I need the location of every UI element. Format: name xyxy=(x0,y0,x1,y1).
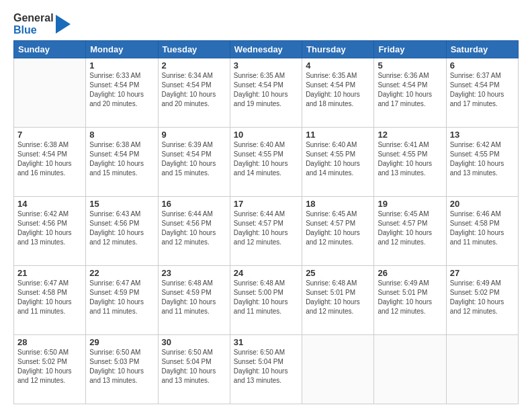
day-info: Sunrise: 6:49 AMSunset: 5:02 PMDaylight:… xyxy=(450,279,515,316)
logo-triangle-icon xyxy=(56,12,71,36)
day-number: 16 xyxy=(162,199,226,209)
day-number: 8 xyxy=(89,130,154,140)
day-number: 11 xyxy=(306,130,370,140)
calendar-table: SundayMondayTuesdayWednesdayThursdayFrid… xyxy=(13,40,519,404)
day-number: 20 xyxy=(450,199,515,209)
day-number: 15 xyxy=(89,199,154,209)
calendar-day-cell: 21Sunrise: 6:47 AMSunset: 4:58 PMDayligh… xyxy=(14,266,86,335)
weekday-header-saturday: Saturday xyxy=(446,41,518,58)
day-number: 24 xyxy=(234,268,298,278)
calendar-week-row: 7Sunrise: 6:38 AMSunset: 4:54 PMDaylight… xyxy=(14,128,519,197)
calendar-day-cell: 10Sunrise: 6:40 AMSunset: 4:55 PMDayligh… xyxy=(230,128,302,197)
day-number: 29 xyxy=(89,337,154,347)
day-number: 21 xyxy=(17,268,82,278)
calendar-week-row: 28Sunrise: 6:50 AMSunset: 5:02 PMDayligh… xyxy=(14,335,519,404)
calendar-day-cell: 15Sunrise: 6:43 AMSunset: 4:56 PMDayligh… xyxy=(86,197,158,266)
empty-cell xyxy=(14,58,86,128)
day-number: 9 xyxy=(162,130,226,140)
empty-cell xyxy=(374,335,446,404)
calendar-day-cell: 23Sunrise: 6:48 AMSunset: 4:59 PMDayligh… xyxy=(158,266,230,335)
calendar-day-cell: 12Sunrise: 6:41 AMSunset: 4:55 PMDayligh… xyxy=(374,128,446,197)
logo-text-group: General Blue xyxy=(13,12,71,36)
day-info: Sunrise: 6:48 AMSunset: 5:01 PMDaylight:… xyxy=(306,279,370,316)
calendar-day-cell: 7Sunrise: 6:38 AMSunset: 4:54 PMDaylight… xyxy=(14,128,86,197)
logo-blue-text: Blue xyxy=(13,24,54,36)
calendar-week-row: 21Sunrise: 6:47 AMSunset: 4:58 PMDayligh… xyxy=(14,266,519,335)
page: General Blue SundayMondayTuesdayWednesda… xyxy=(0,0,532,411)
day-number: 17 xyxy=(234,199,298,209)
day-info: Sunrise: 6:34 AMSunset: 4:54 PMDaylight:… xyxy=(162,71,226,109)
day-info: Sunrise: 6:45 AMSunset: 4:57 PMDaylight:… xyxy=(378,210,442,247)
weekday-header-thursday: Thursday xyxy=(302,41,374,58)
header: General Blue xyxy=(13,12,519,36)
calendar-day-cell: 31Sunrise: 6:50 AMSunset: 5:04 PMDayligh… xyxy=(230,335,302,404)
day-number: 22 xyxy=(89,268,154,278)
calendar-day-cell: 18Sunrise: 6:45 AMSunset: 4:57 PMDayligh… xyxy=(302,197,374,266)
day-info: Sunrise: 6:37 AMSunset: 4:54 PMDaylight:… xyxy=(450,71,515,109)
day-number: 3 xyxy=(234,60,298,71)
day-info: Sunrise: 6:44 AMSunset: 4:57 PMDaylight:… xyxy=(234,210,298,247)
calendar-day-cell: 11Sunrise: 6:40 AMSunset: 4:55 PMDayligh… xyxy=(302,128,374,197)
calendar-day-cell: 17Sunrise: 6:44 AMSunset: 4:57 PMDayligh… xyxy=(230,197,302,266)
day-info: Sunrise: 6:50 AMSunset: 5:03 PMDaylight:… xyxy=(89,348,154,385)
day-info: Sunrise: 6:42 AMSunset: 4:55 PMDaylight:… xyxy=(450,140,515,178)
day-info: Sunrise: 6:35 AMSunset: 4:54 PMDaylight:… xyxy=(234,71,298,109)
day-info: Sunrise: 6:50 AMSunset: 5:02 PMDaylight:… xyxy=(17,348,82,385)
empty-cell xyxy=(302,335,374,404)
day-number: 14 xyxy=(17,199,82,209)
logo-general-text: General xyxy=(13,12,54,24)
calendar-day-cell: 24Sunrise: 6:48 AMSunset: 5:00 PMDayligh… xyxy=(230,266,302,335)
day-number: 10 xyxy=(234,130,298,140)
day-number: 5 xyxy=(378,60,442,71)
weekday-header-monday: Monday xyxy=(86,41,158,58)
day-info: Sunrise: 6:42 AMSunset: 4:56 PMDaylight:… xyxy=(17,210,82,247)
day-number: 27 xyxy=(450,268,515,278)
calendar-day-cell: 8Sunrise: 6:38 AMSunset: 4:54 PMDaylight… xyxy=(86,128,158,197)
day-info: Sunrise: 6:46 AMSunset: 4:58 PMDaylight:… xyxy=(450,210,515,247)
day-info: Sunrise: 6:49 AMSunset: 5:01 PMDaylight:… xyxy=(378,279,442,316)
weekday-header-wednesday: Wednesday xyxy=(230,41,302,58)
calendar-day-cell: 9Sunrise: 6:39 AMSunset: 4:54 PMDaylight… xyxy=(158,128,230,197)
day-info: Sunrise: 6:33 AMSunset: 4:54 PMDaylight:… xyxy=(89,71,154,109)
day-number: 1 xyxy=(89,60,154,71)
calendar-day-cell: 27Sunrise: 6:49 AMSunset: 5:02 PMDayligh… xyxy=(446,266,518,335)
day-info: Sunrise: 6:36 AMSunset: 4:54 PMDaylight:… xyxy=(378,71,442,109)
weekday-header-row: SundayMondayTuesdayWednesdayThursdayFrid… xyxy=(14,41,519,58)
calendar-day-cell: 14Sunrise: 6:42 AMSunset: 4:56 PMDayligh… xyxy=(14,197,86,266)
day-info: Sunrise: 6:38 AMSunset: 4:54 PMDaylight:… xyxy=(89,140,154,178)
day-info: Sunrise: 6:44 AMSunset: 4:56 PMDaylight:… xyxy=(162,210,226,247)
day-number: 25 xyxy=(306,268,370,278)
day-info: Sunrise: 6:40 AMSunset: 4:55 PMDaylight:… xyxy=(306,140,370,178)
calendar-day-cell: 13Sunrise: 6:42 AMSunset: 4:55 PMDayligh… xyxy=(446,128,518,197)
day-info: Sunrise: 6:43 AMSunset: 4:56 PMDaylight:… xyxy=(89,210,154,247)
empty-cell xyxy=(446,335,518,404)
day-number: 2 xyxy=(162,60,226,71)
day-info: Sunrise: 6:45 AMSunset: 4:57 PMDaylight:… xyxy=(306,210,370,247)
calendar-day-cell: 22Sunrise: 6:47 AMSunset: 4:59 PMDayligh… xyxy=(86,266,158,335)
day-number: 12 xyxy=(378,130,442,140)
day-info: Sunrise: 6:48 AMSunset: 4:59 PMDaylight:… xyxy=(162,279,226,316)
logo: General Blue xyxy=(13,12,71,36)
calendar-day-cell: 3Sunrise: 6:35 AMSunset: 4:54 PMDaylight… xyxy=(230,58,302,128)
day-info: Sunrise: 6:35 AMSunset: 4:54 PMDaylight:… xyxy=(306,71,370,109)
day-info: Sunrise: 6:39 AMSunset: 4:54 PMDaylight:… xyxy=(162,140,226,178)
logo-text: General Blue xyxy=(13,12,54,36)
weekday-header-tuesday: Tuesday xyxy=(158,41,230,58)
day-info: Sunrise: 6:40 AMSunset: 4:55 PMDaylight:… xyxy=(234,140,298,178)
calendar-day-cell: 1Sunrise: 6:33 AMSunset: 4:54 PMDaylight… xyxy=(86,58,158,128)
day-info: Sunrise: 6:38 AMSunset: 4:54 PMDaylight:… xyxy=(17,140,82,178)
calendar-day-cell: 30Sunrise: 6:50 AMSunset: 5:04 PMDayligh… xyxy=(158,335,230,404)
day-number: 23 xyxy=(162,268,226,278)
svg-marker-0 xyxy=(56,15,71,34)
calendar-day-cell: 20Sunrise: 6:46 AMSunset: 4:58 PMDayligh… xyxy=(446,197,518,266)
weekday-header-sunday: Sunday xyxy=(14,41,86,58)
weekday-header-friday: Friday xyxy=(374,41,446,58)
calendar-day-cell: 4Sunrise: 6:35 AMSunset: 4:54 PMDaylight… xyxy=(302,58,374,128)
day-number: 7 xyxy=(17,130,82,140)
day-number: 28 xyxy=(17,337,82,347)
calendar-week-row: 1Sunrise: 6:33 AMSunset: 4:54 PMDaylight… xyxy=(14,58,519,128)
calendar-day-cell: 19Sunrise: 6:45 AMSunset: 4:57 PMDayligh… xyxy=(374,197,446,266)
calendar-day-cell: 29Sunrise: 6:50 AMSunset: 5:03 PMDayligh… xyxy=(86,335,158,404)
day-info: Sunrise: 6:48 AMSunset: 5:00 PMDaylight:… xyxy=(234,279,298,316)
calendar-week-row: 14Sunrise: 6:42 AMSunset: 4:56 PMDayligh… xyxy=(14,197,519,266)
